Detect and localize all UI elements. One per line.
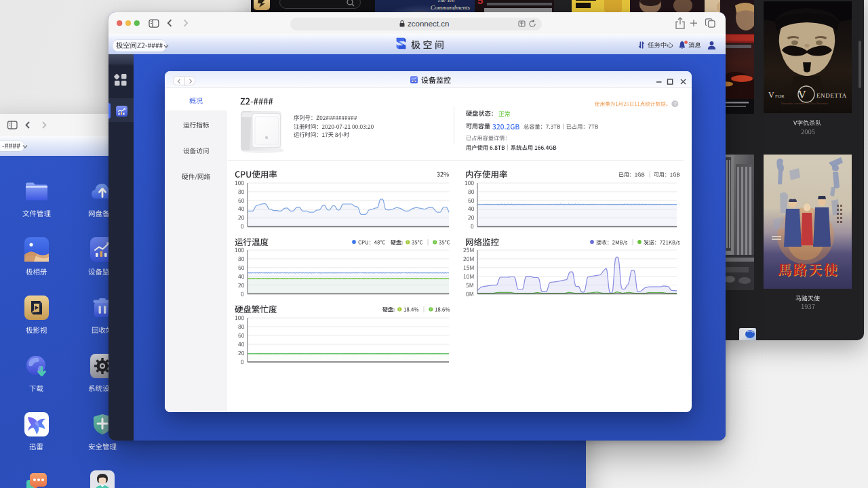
svg-text:?: ? <box>673 101 677 107</box>
svg-text:1: 1 <box>399 308 401 312</box>
svg-text:Commandments: Commandments <box>431 4 470 11</box>
svg-text:FOR: FOR <box>775 94 785 99</box>
svg-text:The Ten: The Ten <box>437 0 454 3</box>
svg-text:ENDETTA: ENDETTA <box>816 92 847 99</box>
svg-text:V: V <box>798 89 806 100</box>
svg-text:2: 2 <box>434 241 436 244</box>
svg-text:V: V <box>768 90 774 100</box>
svg-text:2: 2 <box>430 308 432 312</box>
svg-text:5: 5 <box>477 0 483 6</box>
svg-text:Remember, remember the 5th of: Remember, remember the 5th of November <box>781 102 829 105</box>
svg-text:1: 1 <box>407 241 409 244</box>
